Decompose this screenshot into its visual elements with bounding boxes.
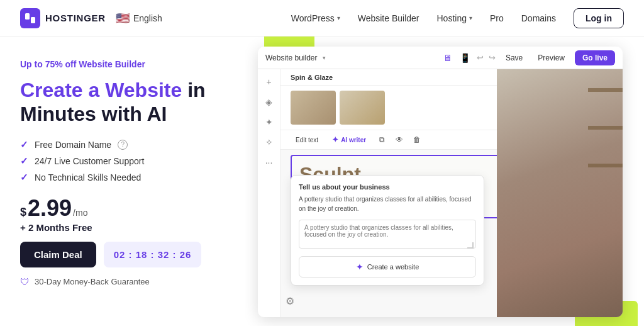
ai-dialog-description: A pottery studio that organizes classes …	[299, 194, 476, 213]
pottery-image-2	[340, 91, 385, 125]
feature-item: ✓ 24/7 Live Customer Support	[20, 155, 225, 167]
months-free: + 2 Months Free	[20, 222, 225, 233]
chevron-down-icon: ▾	[337, 14, 340, 21]
check-icon: ✓	[20, 172, 28, 183]
ai-writer-button[interactable]: ✦ AI writer	[327, 133, 371, 146]
browser-mockup: Website builder ▾ 🖥 📱 ↩ ↪ Save Preview G…	[258, 47, 623, 317]
edit-text-button[interactable]: Edit text	[291, 135, 323, 145]
header: HOSTINGER 🇺🇸 English WordPress ▾ Website…	[0, 0, 644, 37]
check-icon: ✓	[20, 155, 28, 167]
shield-icon: 🛡	[20, 276, 30, 287]
nav-domains[interactable]: Domains	[521, 13, 556, 23]
site-logo: Spin & Glaze	[291, 74, 333, 81]
features-list: ✓ Free Domain Name ? ✓ 24/7 Live Custome…	[20, 139, 225, 183]
ai-input-area	[299, 220, 476, 251]
site-main: Spin & Glaze Menu ▾	[280, 69, 623, 317]
sidebar-add-icon[interactable]: +	[263, 76, 275, 88]
chevron-down-icon[interactable]: ▾	[323, 55, 326, 61]
toolbar-icons: 🖥 📱 ↩ ↪ Save Preview Go live	[441, 50, 615, 65]
site-content: + ◈ ✦ ✧ ··· Spin & Glaze Menu ▾	[258, 69, 623, 317]
guarantee-text: 🛡 30-Day Money-Back Guarantee	[20, 276, 225, 287]
logo-icon	[20, 8, 40, 28]
save-button[interactable]: Save	[501, 51, 528, 65]
feature-item: ✓ No Technical Skills Needed	[20, 172, 225, 183]
feature-item: ✓ Free Domain Name ?	[20, 139, 225, 150]
hero-left: Up to 75% off Website Builder Create a W…	[0, 37, 245, 326]
language-selector[interactable]: 🇺🇸 English	[116, 11, 162, 25]
sidebar-design-icon[interactable]: ✦	[263, 116, 275, 128]
sidebar-more-icon[interactable]: ···	[263, 156, 275, 169]
pricing-section: $ 2.99 /mo + 2 Months Free	[20, 197, 225, 233]
logo[interactable]: HOSTINGER	[20, 8, 106, 28]
ai-dialog-title: Tell us about your business	[299, 183, 476, 191]
person-image	[497, 69, 623, 317]
svg-rect-1	[31, 17, 35, 23]
ai-dialog: Tell us about your business A pottery st…	[291, 175, 484, 286]
login-button[interactable]: Log in	[574, 8, 624, 28]
nav-pro[interactable]: Pro	[490, 13, 504, 23]
help-icon[interactable]: ?	[118, 140, 128, 150]
nav-website-builder[interactable]: Website Builder	[358, 13, 419, 23]
undo-icon[interactable]: ↩	[477, 53, 484, 62]
sidebar-layers-icon[interactable]: ◈	[263, 96, 275, 108]
chevron-down-icon: ▾	[469, 14, 472, 21]
svg-rect-0	[25, 13, 30, 20]
cta-row: Claim Deal 02 : 18 : 32 : 26	[20, 242, 225, 267]
sidebar-bottom-icon[interactable]: ⚙	[286, 295, 294, 307]
pottery-image-1	[291, 91, 336, 125]
site-name-label: Website builder	[265, 53, 318, 62]
sidebar-magic-icon[interactable]: ✧	[263, 136, 275, 149]
resize-handle[interactable]	[467, 242, 474, 249]
create-website-button[interactable]: ✦ Create a website	[299, 256, 476, 278]
toolbar-left: Website builder ▾	[265, 53, 326, 62]
check-icon: ✓	[20, 139, 28, 150]
main-content: Up to 75% off Website Builder Create a W…	[0, 37, 644, 326]
nav-hosting[interactable]: Hosting ▾	[436, 13, 472, 23]
logo-text: HOSTINGER	[45, 13, 106, 23]
redo-icon[interactable]: ↪	[489, 53, 496, 62]
main-headline: Create a Website in Minutes with AI	[20, 78, 225, 126]
site-sidebar: + ◈ ✦ ✧ ···	[258, 69, 280, 317]
plus-icon: ✦	[356, 262, 364, 272]
nav-wordpress[interactable]: WordPress ▾	[291, 13, 340, 23]
main-nav: WordPress ▾ Website Builder Hosting ▾ Pr…	[291, 8, 624, 28]
eye-icon[interactable]: 👁	[392, 133, 406, 147]
go-live-button[interactable]: Go live	[575, 50, 615, 65]
language-label: English	[133, 13, 162, 23]
ai-business-input[interactable]	[299, 220, 476, 249]
claim-deal-button[interactable]: Claim Deal	[20, 242, 96, 267]
desktop-view-icon[interactable]: 🖥	[441, 52, 454, 64]
trash-icon[interactable]: 🗑	[410, 133, 424, 147]
browser-toolbar: Website builder ▾ 🖥 📱 ↩ ↪ Save Preview G…	[258, 47, 623, 69]
countdown-timer: 02 : 18 : 32 : 26	[104, 242, 202, 267]
promo-badge: Up to 75% off Website Builder	[20, 59, 225, 69]
preview-button[interactable]: Preview	[533, 51, 570, 65]
flag-icon: 🇺🇸	[116, 11, 130, 25]
header-left: HOSTINGER 🇺🇸 English	[20, 8, 162, 28]
person-photo	[497, 69, 623, 317]
hero-right: Website builder ▾ 🖥 📱 ↩ ↪ Save Preview G…	[245, 37, 644, 326]
mobile-view-icon[interactable]: 📱	[459, 52, 472, 64]
copy-icon[interactable]: ⧉	[375, 133, 389, 147]
